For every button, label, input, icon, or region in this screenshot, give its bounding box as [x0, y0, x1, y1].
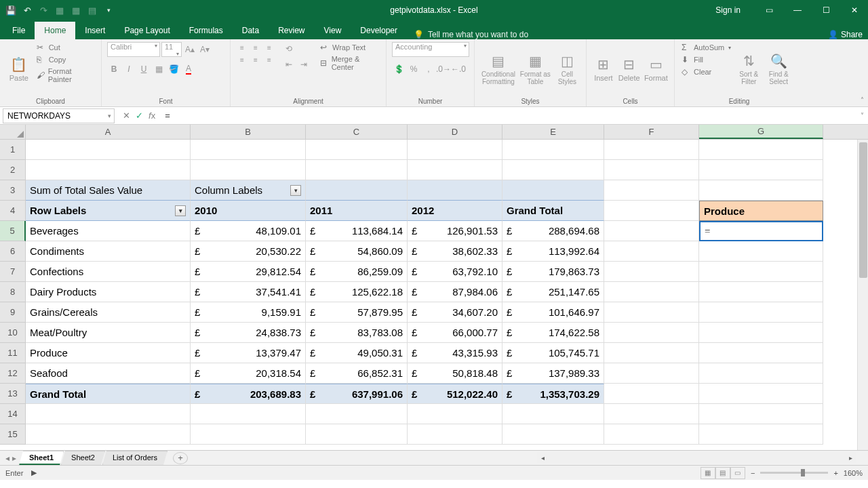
col-header-E[interactable]: E	[502, 125, 604, 139]
cell[interactable]: £113,992.64	[502, 241, 604, 262]
cell[interactable]: £9,159.91	[191, 302, 306, 323]
cell[interactable]	[408, 180, 502, 201]
pivot-row-label[interactable]: Condiments	[26, 241, 191, 262]
cell[interactable]	[191, 160, 306, 180]
year-2011[interactable]: 2011	[306, 201, 408, 221]
tab-insert[interactable]: Insert	[75, 22, 115, 39]
cell[interactable]	[699, 343, 823, 363]
row-header[interactable]: 8	[0, 282, 26, 302]
macro-record-icon[interactable]: ▶	[31, 468, 37, 477]
pivot-row-label[interactable]: Meat/Poultry	[26, 323, 191, 343]
tab-view[interactable]: View	[315, 22, 351, 39]
scrollbar-thumb[interactable]	[859, 142, 867, 278]
cell-g4-produce[interactable]: Produce	[699, 201, 823, 221]
row-header[interactable]: 7	[0, 262, 26, 282]
underline-button[interactable]: U	[137, 62, 151, 76]
cell[interactable]	[26, 140, 191, 160]
font-name-select[interactable]: Calibri	[107, 42, 160, 57]
cell[interactable]	[604, 343, 699, 363]
cell[interactable]: £83,783.08	[306, 323, 408, 343]
pivot-sum-label[interactable]: Sum of Total Sales Value	[26, 180, 191, 201]
formula-input[interactable]: =	[161, 110, 856, 121]
italic-button[interactable]: I	[122, 62, 136, 76]
cell-styles-button[interactable]: ◫Cell Styles	[554, 42, 580, 96]
sheet-tab-1[interactable]: Sheet1	[19, 451, 64, 465]
cell[interactable]	[604, 424, 699, 445]
cell[interactable]	[604, 363, 699, 384]
name-box[interactable]: NETWORKDAYS	[3, 108, 115, 123]
insert-cells-button[interactable]: ⊞Insert	[592, 42, 615, 96]
cell[interactable]	[26, 424, 191, 445]
pivot-row-label[interactable]: Dairy Products	[26, 282, 191, 302]
cell[interactable]	[502, 424, 604, 445]
zoom-level[interactable]: 160%	[844, 469, 863, 477]
cell[interactable]: £66,000.77	[408, 323, 502, 343]
cell[interactable]: £57,879.95	[306, 302, 408, 323]
row-header[interactable]: 12	[0, 363, 26, 384]
sort-filter-button[interactable]: ⇅Sort & Filter	[735, 42, 762, 96]
cell[interactable]: £288,694.68	[502, 221, 604, 241]
cell[interactable]	[699, 363, 823, 384]
column-headers[interactable]: A B C D E F G	[26, 125, 868, 140]
align-middle-icon[interactable]: ≡	[250, 42, 262, 53]
zoom-out-icon[interactable]: −	[751, 469, 755, 477]
cell[interactable]: £13,379.47	[191, 343, 306, 363]
cell[interactable]	[699, 384, 823, 404]
save-icon[interactable]: 💾	[5, 5, 16, 16]
cell[interactable]	[699, 160, 823, 180]
cell[interactable]	[699, 424, 823, 445]
tab-file[interactable]: File	[3, 22, 35, 39]
cell[interactable]: £101,646.97	[502, 302, 604, 323]
grow-font-icon[interactable]: A▴	[183, 43, 197, 56]
row-header[interactable]: 13	[0, 384, 26, 404]
col-header-G[interactable]: G	[699, 125, 823, 139]
increase-indent-icon[interactable]: ⇥	[297, 58, 311, 71]
row-labels-cell[interactable]: Row Labels▾	[26, 201, 191, 221]
zoom-slider[interactable]	[760, 472, 828, 474]
row-header[interactable]: 3	[0, 180, 26, 201]
shrink-font-icon[interactable]: A▾	[198, 43, 212, 56]
wrap-text-button[interactable]: ↩Wrap Text	[319, 42, 380, 53]
undo-icon[interactable]: ↶	[22, 5, 33, 16]
cell[interactable]	[604, 180, 699, 201]
cell[interactable]	[408, 140, 502, 160]
minimize-button[interactable]: —	[784, 0, 811, 20]
cell[interactable]	[604, 282, 699, 302]
cell[interactable]	[306, 140, 408, 160]
tab-page-layout[interactable]: Page Layout	[115, 22, 179, 39]
cell[interactable]	[191, 404, 306, 424]
clear-button[interactable]: ◇Clear	[680, 66, 732, 77]
cell[interactable]: £251,147.65	[502, 282, 604, 302]
pivot-row-label[interactable]: Seafood	[26, 363, 191, 384]
cell-g5-editing[interactable]: =	[699, 221, 823, 241]
accept-formula-icon[interactable]: ✓	[136, 110, 143, 121]
tab-data[interactable]: Data	[233, 22, 269, 39]
cell[interactable]	[699, 323, 823, 343]
tab-review[interactable]: Review	[269, 22, 314, 39]
cell[interactable]: £54,860.09	[306, 241, 408, 262]
cell[interactable]	[604, 404, 699, 424]
cell[interactable]: £37,541.41	[191, 282, 306, 302]
row-header[interactable]: 15	[0, 424, 26, 445]
cell[interactable]	[699, 241, 823, 262]
row-header[interactable]: 2	[0, 160, 26, 180]
qat-icon-1[interactable]: ▦	[54, 5, 65, 16]
worksheet-grid[interactable]: A B C D E F G 123Sum of Total Sales Valu…	[0, 125, 868, 450]
align-left-icon[interactable]: ≡	[236, 54, 248, 65]
merge-center-button[interactable]: ⊟Merge & Center	[319, 54, 380, 72]
increase-decimal-icon[interactable]: .0→	[437, 62, 450, 76]
pivot-row-label[interactable]: Grains/Cereals	[26, 302, 191, 323]
cell[interactable]: £137,989.33	[502, 363, 604, 384]
align-top-icon[interactable]: ≡	[236, 42, 248, 53]
cell[interactable]: £125,622.18	[306, 282, 408, 302]
cell[interactable]: £20,318.54	[191, 363, 306, 384]
qat-customize-icon[interactable]: ▾	[103, 5, 114, 16]
tab-home[interactable]: Home	[35, 22, 75, 39]
cell[interactable]	[604, 262, 699, 282]
cell[interactable]	[306, 424, 408, 445]
sheet-tab-2[interactable]: Sheet2	[61, 451, 105, 465]
cell[interactable]: £48,109.01	[191, 221, 306, 241]
cell[interactable]	[604, 241, 699, 262]
number-format-select[interactable]: Accounting	[392, 42, 469, 57]
cell[interactable]: £29,812.54	[191, 262, 306, 282]
